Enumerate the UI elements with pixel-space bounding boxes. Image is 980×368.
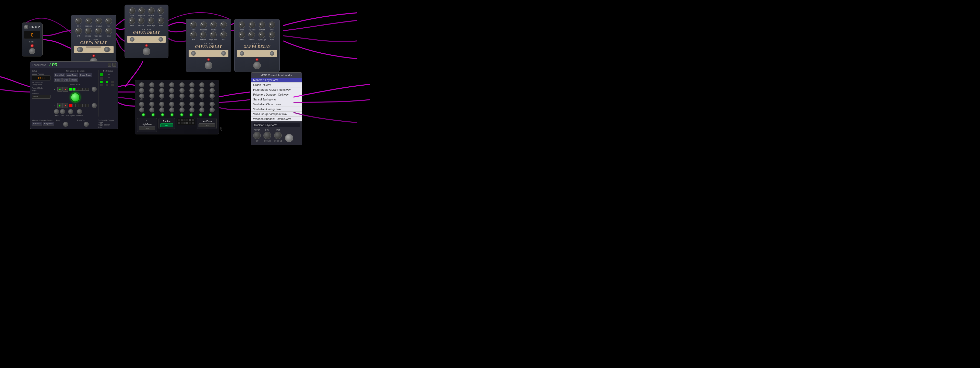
gaffa2-footswitch[interactable]	[143, 48, 150, 55]
track1-stop-btn[interactable]: ■	[63, 86, 68, 92]
eq-b6-k1[interactable]	[189, 82, 194, 87]
knob-drift-4[interactable]: drift	[239, 32, 245, 41]
eq-r2-b2-k2[interactable]	[149, 107, 154, 112]
trackpan-knob[interactable]	[84, 122, 89, 127]
file-item-0[interactable]: Monmart Foyer.wav	[251, 78, 302, 83]
eq-enable-8[interactable]	[209, 114, 212, 116]
eq-b7-k2[interactable]	[199, 88, 204, 93]
track1-feedback-knob[interactable]	[92, 86, 97, 92]
knob-mix-4[interactable]: mix	[269, 21, 275, 31]
file-item-7[interactable]: Vikos Gorge Viewpoint.wav	[251, 112, 302, 117]
lp3-record-btn[interactable]	[71, 93, 80, 102]
file-item-4[interactable]: Sansui Spring.wav	[251, 97, 302, 102]
undo-btn[interactable]: Undo	[62, 78, 70, 82]
eq-r2-b7-k2[interactable]	[199, 107, 204, 112]
knob-time-1[interactable]: time	[75, 18, 82, 27]
knob-mix-2[interactable]: mix	[158, 7, 164, 17]
knob-bias-3[interactable]: bias	[220, 32, 227, 41]
eq-r2-b8-k1[interactable]	[210, 102, 215, 107]
file-item-8[interactable]: Wooden Buddhist Temple.wav	[251, 117, 302, 122]
dry-knob[interactable]	[263, 131, 271, 139]
knob-lowcut-4[interactable]: lowcut	[259, 21, 266, 31]
track2-play-btn[interactable]: ▶	[57, 103, 62, 108]
eq-r2-b1-k2[interactable]	[139, 107, 144, 112]
knob-repeats-4[interactable]: repeats	[248, 21, 256, 31]
eq-r2-b3-k2[interactable]	[159, 107, 164, 112]
file-item-6[interactable]: Vauhallan Garage.wav	[251, 107, 302, 112]
eq-b6-k3[interactable]	[189, 94, 194, 99]
eq-r2-b4-k1[interactable]	[169, 102, 174, 107]
eq-b5-k2[interactable]	[180, 88, 185, 93]
knob-repeats-3[interactable]: repeats	[200, 21, 207, 31]
eq-enable-6[interactable]	[190, 114, 192, 116]
loop-knob[interactable]	[63, 122, 68, 127]
knob-bias-2[interactable]: bias	[158, 18, 164, 27]
eq-b4-k3[interactable]	[169, 94, 174, 99]
eq-b4-k1[interactable]	[169, 82, 174, 87]
filter-knob[interactable]	[253, 131, 261, 139]
eq-b7-k3[interactable]	[199, 94, 204, 99]
knob-drift-1[interactable]: drift	[75, 27, 82, 37]
eq-b5-k3[interactable]	[180, 94, 185, 99]
after-rec-select[interactable]: Play ▾	[32, 95, 51, 99]
lp3-close-btn[interactable]: ×	[112, 63, 116, 67]
knob-drift-2b[interactable]: drift	[129, 18, 135, 27]
reverse-knob[interactable]	[77, 109, 82, 114]
knob-tapeage-3[interactable]: tape age	[209, 32, 217, 41]
highpass-toggle[interactable]: OFF	[139, 126, 155, 130]
radio-btn[interactable]: Radio	[70, 78, 78, 82]
knob-lowcut-1[interactable]: lowcut	[95, 18, 102, 27]
eq-b2-k1[interactable]	[149, 82, 154, 87]
file-item-5[interactable]: Vauhallan Church.wav	[251, 102, 302, 107]
knob-lowcut-3[interactable]: lowcut	[210, 21, 217, 31]
eq-r2-b2-k1[interactable]	[149, 102, 154, 107]
track-knob[interactable]	[54, 109, 59, 114]
eq-b8-k3[interactable]	[210, 94, 215, 99]
track2-feedback-knob[interactable]	[92, 103, 97, 108]
knob-time-4[interactable]: time	[239, 21, 245, 31]
knob-drift-3[interactable]: drift	[190, 32, 197, 41]
eq-r2-b6-k2[interactable]	[189, 107, 194, 112]
eq-r2-b8-k2[interactable]	[210, 107, 215, 112]
eq-enable-1[interactable]	[142, 114, 145, 116]
knob-tapeage-4[interactable]: tape age	[258, 32, 266, 41]
eq-enable-7[interactable]	[199, 114, 202, 116]
knob-drift-2[interactable]: drift	[129, 7, 135, 17]
save-btn[interactable]: Save Slot	[54, 73, 65, 77]
eq-b1-k2[interactable]	[139, 88, 144, 93]
knob-mix-1[interactable]: mix	[105, 18, 112, 27]
eq-b6-k2[interactable]	[189, 88, 194, 93]
knob-crinkle-2[interactable]: crinkle	[138, 18, 145, 27]
stave-btn[interactable]: Stave Track	[79, 73, 92, 77]
knob-crinkle-1[interactable]: crinkle	[85, 27, 92, 37]
eq-b8-k2[interactable]	[210, 88, 215, 93]
eq-r2-b3-k1[interactable]	[159, 102, 164, 107]
eq-enable-3[interactable]	[161, 114, 164, 116]
knob-crinkle-3[interactable]: crinkle	[200, 32, 207, 41]
eq-b1-k1[interactable]	[139, 82, 144, 87]
load-btn[interactable]: Load Track	[65, 73, 78, 77]
track2-stop-btn[interactable]: ■	[63, 103, 68, 108]
eq-b5-k1[interactable]	[180, 82, 185, 87]
eq-r2-b1-k1[interactable]	[139, 102, 144, 107]
eq-r2-b4-k2[interactable]	[169, 107, 174, 112]
pan-knob[interactable]	[60, 109, 65, 114]
eq-b2-k3[interactable]	[149, 94, 154, 99]
eq-b3-k1[interactable]	[159, 82, 164, 87]
eq-r2-b6-k1[interactable]	[189, 102, 194, 107]
knob-bias-1[interactable]: bias	[105, 27, 112, 37]
eq-r2-b7-k1[interactable]	[199, 102, 204, 107]
knob-bias-4[interactable]: bias	[269, 32, 275, 41]
knob-repeats-1[interactable]: repeats	[85, 18, 92, 27]
knob-tapeage-1[interactable]: tape age	[94, 27, 102, 37]
erase-btn[interactable]: Erase	[54, 78, 62, 82]
knob-lowcut-2[interactable]: lowcut	[148, 7, 155, 17]
eq-b4-k2[interactable]	[169, 88, 174, 93]
file-item-2[interactable]: Pluto Studio A Live Room.wav	[251, 87, 302, 92]
eq-b8-k1[interactable]	[210, 82, 215, 87]
knob-tapeage-2[interactable]: tape age	[147, 18, 155, 27]
eq-b3-k3[interactable]	[159, 94, 164, 99]
halfspeed-knob[interactable]	[68, 109, 73, 114]
eq-b3-k2[interactable]	[159, 88, 164, 93]
eq-enable-2[interactable]	[152, 114, 154, 116]
